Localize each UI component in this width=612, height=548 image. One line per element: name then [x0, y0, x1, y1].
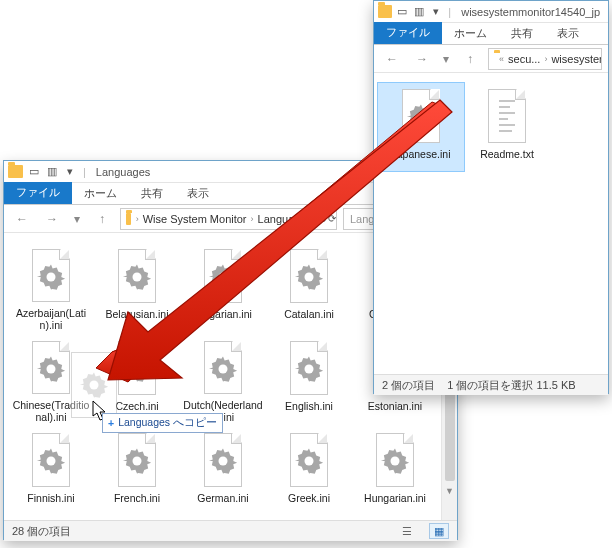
- tab-view[interactable]: 表示: [175, 183, 221, 204]
- tab-file[interactable]: ファイル: [4, 182, 72, 204]
- nav-forward-button[interactable]: →: [40, 208, 64, 230]
- ini-file-icon: [112, 246, 162, 306]
- ini-file-icon: [112, 430, 162, 490]
- file-label: English.ini: [285, 400, 333, 412]
- nav-recent-button[interactable]: ▾: [440, 48, 452, 70]
- ini-file-icon: [284, 430, 334, 490]
- file-label: Czech.ini: [115, 400, 158, 412]
- qat-props-icon[interactable]: ▭: [27, 165, 41, 179]
- ini-file-icon: [112, 338, 162, 398]
- status-item-count: 2 個の項目: [382, 378, 435, 393]
- file-item[interactable]: Bulgarian.ini: [180, 243, 266, 331]
- nav-recent-button[interactable]: ▾: [70, 208, 84, 230]
- ribbon-tabs: ファイル ホーム 共有 表示: [374, 23, 608, 45]
- tab-home[interactable]: ホーム: [442, 23, 499, 44]
- folder-icon: [8, 165, 23, 178]
- status-item-count: 28 個の項目: [12, 524, 71, 539]
- address-refresh-button[interactable]: ⟳: [328, 213, 336, 224]
- folder-icon: [378, 5, 392, 18]
- file-item[interactable]: Readme.txt: [464, 83, 550, 171]
- file-item[interactable]: Azerbaijan(Latin).ini: [8, 243, 94, 331]
- ini-file-icon: [198, 246, 248, 306]
- ini-file-icon: [26, 430, 76, 490]
- breadcrumb-part[interactable]: secu...: [504, 53, 544, 65]
- nav-back-button[interactable]: ←: [380, 48, 404, 70]
- file-label: Estonian.ini: [368, 400, 422, 412]
- address-bar: ← → ▾ ↑ « secu... › wisesystemmonitor145…: [374, 45, 608, 73]
- file-label: Readme.txt: [480, 148, 534, 160]
- qat-customize-icon[interactable]: ▾: [63, 165, 77, 179]
- separator: |: [83, 166, 86, 178]
- ini-file-icon: [284, 246, 334, 306]
- breadcrumb-part[interactable]: Languages: [254, 213, 316, 225]
- statusbar: 2 個の項目 1 個の項目を選択 11.5 KB: [374, 374, 608, 395]
- window-source: ▭ ▥ ▾ | wisesystemmonitor14540_jp ファイル ホ…: [373, 0, 609, 394]
- scroll-down-button[interactable]: ▼: [442, 483, 457, 499]
- qat-new-folder-icon[interactable]: ▥: [45, 165, 59, 179]
- file-label: Catalan.ini: [284, 308, 334, 320]
- file-item[interactable]: German.ini: [180, 427, 266, 515]
- qat-new-folder-icon[interactable]: ▥: [413, 5, 426, 19]
- content-area[interactable]: Japanese.iniReadme.txt: [374, 73, 608, 374]
- tab-share[interactable]: 共有: [499, 23, 545, 44]
- breadcrumb-part[interactable]: wisesystemmonitor14540...: [547, 53, 602, 65]
- file-label: French.ini: [114, 492, 160, 504]
- ini-file-icon: [26, 246, 76, 305]
- file-item[interactable]: Japanese.ini: [378, 83, 464, 171]
- nav-forward-button[interactable]: →: [410, 48, 434, 70]
- separator: |: [448, 6, 451, 18]
- file-item[interactable]: English.ini: [266, 335, 352, 423]
- qat-customize-icon[interactable]: ▾: [430, 5, 443, 19]
- file-label: Chinese(Traditional).ini: [10, 399, 92, 423]
- breadcrumb-part[interactable]: Wise System Monitor: [139, 213, 251, 225]
- file-item[interactable]: Finnish.ini: [8, 427, 94, 515]
- file-label: Hungarian.ini: [364, 492, 426, 504]
- ini-file-icon: [198, 338, 248, 397]
- nav-back-button[interactable]: ←: [10, 208, 34, 230]
- address-dropdown-button[interactable]: ⌄: [319, 214, 328, 224]
- tab-home[interactable]: ホーム: [72, 183, 129, 204]
- view-icons-button[interactable]: ▦: [429, 523, 449, 539]
- ini-file-icon: [370, 430, 420, 490]
- file-label: Bulgarian.ini: [194, 308, 252, 320]
- view-details-button[interactable]: ☰: [397, 523, 417, 539]
- file-label: Greek.ini: [288, 492, 330, 504]
- file-label: Belarusian.ini: [105, 308, 168, 320]
- window-title: wisesystemmonitor14540_jp: [461, 6, 600, 18]
- ini-file-icon: [26, 338, 76, 397]
- file-item[interactable]: Hungarian.ini: [352, 427, 438, 515]
- file-label: Finnish.ini: [27, 492, 74, 504]
- nav-up-button[interactable]: ↑: [90, 208, 114, 230]
- file-item[interactable]: Czech.ini: [94, 335, 180, 423]
- file-item[interactable]: French.ini: [94, 427, 180, 515]
- ini-file-icon: [284, 338, 334, 398]
- tab-share[interactable]: 共有: [129, 183, 175, 204]
- window-title: Languages: [96, 166, 150, 178]
- breadcrumb-folder-icon: [126, 213, 131, 225]
- tab-view[interactable]: 表示: [545, 23, 591, 44]
- file-item[interactable]: Dutch(Nederlands).ini: [180, 335, 266, 423]
- titlebar[interactable]: ▭ ▥ ▾ | wisesystemmonitor14540_jp: [374, 1, 608, 23]
- statusbar: 28 個の項目 ☰ ▦: [4, 520, 457, 541]
- ini-file-icon: [198, 430, 248, 490]
- file-label: Azerbaijan(Latin).ini: [10, 307, 92, 331]
- txt-file-icon: [482, 86, 532, 146]
- file-label: Japanese.ini: [392, 148, 451, 160]
- file-item[interactable]: Belarusian.ini: [94, 243, 180, 331]
- file-item[interactable]: Greek.ini: [266, 427, 352, 515]
- nav-up-button[interactable]: ↑: [458, 48, 482, 70]
- breadcrumb[interactable]: « secu... › wisesystemmonitor14540...: [488, 48, 602, 70]
- qat-props-icon[interactable]: ▭: [396, 5, 409, 19]
- breadcrumb[interactable]: › Wise System Monitor › Languages › ⌄ ⟳: [120, 208, 337, 230]
- file-label: German.ini: [197, 492, 248, 504]
- file-item[interactable]: Chinese(Traditional).ini: [8, 335, 94, 423]
- items-view[interactable]: Japanese.iniReadme.txt: [374, 73, 608, 177]
- status-selection: 1 個の項目を選択 11.5 KB: [447, 378, 575, 393]
- file-item[interactable]: Catalan.ini: [266, 243, 352, 331]
- tab-file[interactable]: ファイル: [374, 22, 442, 44]
- file-label: Dutch(Nederlands).ini: [182, 399, 264, 423]
- ini-file-icon: [396, 86, 446, 146]
